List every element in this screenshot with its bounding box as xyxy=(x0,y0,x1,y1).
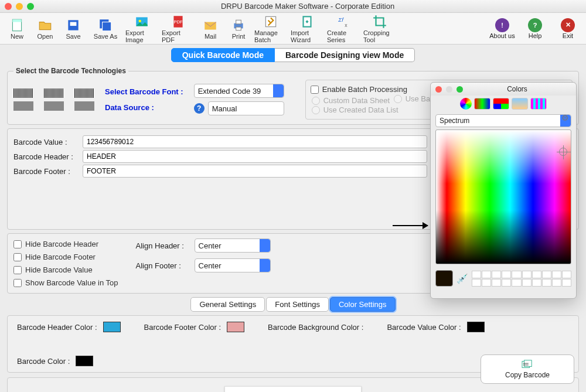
gear-icon[interactable]: ⚙ xyxy=(561,113,569,122)
sample-2d-icon[interactable] xyxy=(44,101,64,111)
barcode-footer-input[interactable] xyxy=(83,165,427,178)
colorwin-title: Colors xyxy=(463,85,571,93)
sample-2d-icon[interactable] xyxy=(13,101,33,111)
show-top-label: Show Barcode Value in Top xyxy=(25,278,118,287)
export-pdf-label: Export PDF xyxy=(162,29,195,43)
svg-rect-1 xyxy=(12,19,21,22)
minimize-window-button[interactable] xyxy=(16,3,23,10)
barcode-preview: HEADER 123456789012 FOOTER xyxy=(224,386,362,393)
maximize-window-button[interactable] xyxy=(27,3,34,10)
header-color-label: Barcode Header Color : xyxy=(17,323,97,332)
align-header-select[interactable]: Center xyxy=(195,238,271,253)
hide-footer-label: Hide Barcode Footer xyxy=(25,253,96,261)
align-footer-select[interactable]: Center xyxy=(195,258,271,272)
barcode-color-swatch[interactable] xyxy=(76,356,93,366)
hide-header-label: Hide Barcode Header xyxy=(25,240,98,248)
export-pdf-button[interactable]: PDFExport PDF xyxy=(162,14,195,43)
save-as-label: Save As xyxy=(94,33,117,40)
color-picker-window: Colors Spectrum ⚙ 💉 xyxy=(430,82,577,299)
color-sliders-tab[interactable] xyxy=(474,98,490,110)
sample-2d-icon[interactable] xyxy=(74,101,94,111)
barcode-value-input[interactable] xyxy=(83,135,427,148)
eyedropper-icon[interactable]: 💉 xyxy=(456,273,468,284)
export-image-button[interactable]: Export Image xyxy=(125,14,158,43)
spectrum-picker[interactable] xyxy=(435,129,571,264)
about-label: About us xyxy=(489,32,515,39)
current-color-swatch[interactable] xyxy=(435,270,453,287)
new-button[interactable]: New xyxy=(5,18,29,40)
color-wheel-tab[interactable] xyxy=(460,98,472,110)
color-pencils-tab[interactable] xyxy=(530,98,547,110)
save-as-button[interactable]: Save As xyxy=(89,18,122,40)
custom-sheet-label: Custom Data Sheet xyxy=(323,96,390,105)
cropping-tool-label: Cropping Tool xyxy=(363,29,396,43)
enable-batch-label: Enable Batch Processing xyxy=(322,85,407,94)
help-button[interactable]: ?Help xyxy=(522,18,548,39)
barcode-header-input[interactable] xyxy=(83,150,427,163)
align-footer-label: Align Footer : xyxy=(136,261,189,270)
tab-design-mode[interactable]: Barcode Designing view Mode xyxy=(275,48,415,62)
copy-barcode-label: Copy Barcode xyxy=(505,371,550,379)
hide-header-checkbox[interactable]: Hide Barcode Header xyxy=(13,240,118,248)
color-palette-tab[interactable] xyxy=(493,98,509,110)
settings-tabs: General Settings Font Settings Color Set… xyxy=(0,297,586,312)
barcode-values-panel: Barcode Value : Barcode Header : Barcode… xyxy=(7,128,434,230)
barcode-samples xyxy=(13,88,94,111)
cropping-tool-button[interactable]: Cropping Tool xyxy=(363,14,396,43)
import-wizard-button[interactable]: Import Wizard xyxy=(291,14,323,43)
hide-value-checkbox[interactable]: Hide Barcode Value xyxy=(13,265,118,274)
tab-quick-mode[interactable]: Quick Barcode Mode xyxy=(171,48,275,62)
bv-label: Barcode Value : xyxy=(13,138,78,146)
close-window-button[interactable] xyxy=(5,3,12,10)
color-image-tab[interactable] xyxy=(512,98,528,110)
export-image-label: Export Image xyxy=(125,29,158,43)
open-button[interactable]: Open xyxy=(33,18,57,40)
saved-swatches[interactable] xyxy=(472,271,571,287)
colorwin-max-button[interactable] xyxy=(456,86,463,93)
copy-barcode-button[interactable]: Copy Barcode xyxy=(481,354,574,384)
print-button[interactable]: Print xyxy=(226,18,251,40)
sample-linear-icon[interactable] xyxy=(13,88,33,98)
barcode-font-select[interactable]: Extended Code 39 xyxy=(194,84,284,98)
create-series-button[interactable]: ΣfxCreate Series xyxy=(327,14,360,43)
colorwin-close-button[interactable] xyxy=(435,86,442,93)
mail-label: Mail xyxy=(205,33,216,40)
save-button[interactable]: Save xyxy=(61,18,86,40)
sample-linear-icon[interactable] xyxy=(74,88,94,98)
mail-button[interactable]: Mail xyxy=(198,18,223,40)
new-label: New xyxy=(11,33,23,40)
help-label: Help xyxy=(529,32,542,39)
annotation-arrow xyxy=(393,225,428,226)
window-title: DRPU Barcode Maker Software - Corporate … xyxy=(34,2,581,11)
header-color-swatch[interactable] xyxy=(103,322,121,332)
manage-batch-button[interactable]: Manage Batch xyxy=(254,14,287,43)
svg-rect-12 xyxy=(236,27,241,30)
svg-text:x: x xyxy=(345,22,347,28)
about-button[interactable]: !About us xyxy=(489,18,516,39)
bh-label: Barcode Header : xyxy=(13,152,78,161)
hide-footer-checkbox[interactable]: Hide Barcode Footer xyxy=(13,253,118,261)
exit-button[interactable]: ✕Exit xyxy=(554,18,581,39)
barcode-color-label: Barcode Color : xyxy=(17,357,70,366)
tech-legend: Select the Barcode Technologies xyxy=(13,67,128,75)
svg-text:PDF: PDF xyxy=(173,19,183,25)
tab-general-settings[interactable]: General Settings xyxy=(190,297,265,312)
save-label: Save xyxy=(66,33,80,40)
bg-color-label: Barcode Background Color : xyxy=(268,323,363,332)
value-color-label: Barcode Value Color : xyxy=(387,323,461,332)
colorwin-mode-tabs xyxy=(431,96,576,112)
value-color-swatch[interactable] xyxy=(467,322,485,332)
bf-label: Barcode Footer : xyxy=(13,167,78,176)
show-value-top-checkbox[interactable]: Show Barcode Value in Top xyxy=(13,278,118,287)
color-reticle[interactable] xyxy=(559,148,567,156)
footer-color-swatch[interactable] xyxy=(227,322,244,332)
data-source-select[interactable]: Manual xyxy=(208,101,284,115)
sample-linear-icon[interactable] xyxy=(44,88,64,98)
svg-rect-3 xyxy=(70,22,77,26)
tab-font-settings[interactable]: Font Settings xyxy=(266,297,329,312)
help-icon[interactable]: ? xyxy=(194,103,205,114)
colorwin-min-button[interactable] xyxy=(446,86,452,93)
hide-options-panel: Hide Barcode Header Hide Barcode Footer … xyxy=(7,233,434,294)
spectrum-select[interactable]: Spectrum xyxy=(435,114,571,127)
tab-color-settings[interactable]: Color Settings xyxy=(330,297,396,312)
